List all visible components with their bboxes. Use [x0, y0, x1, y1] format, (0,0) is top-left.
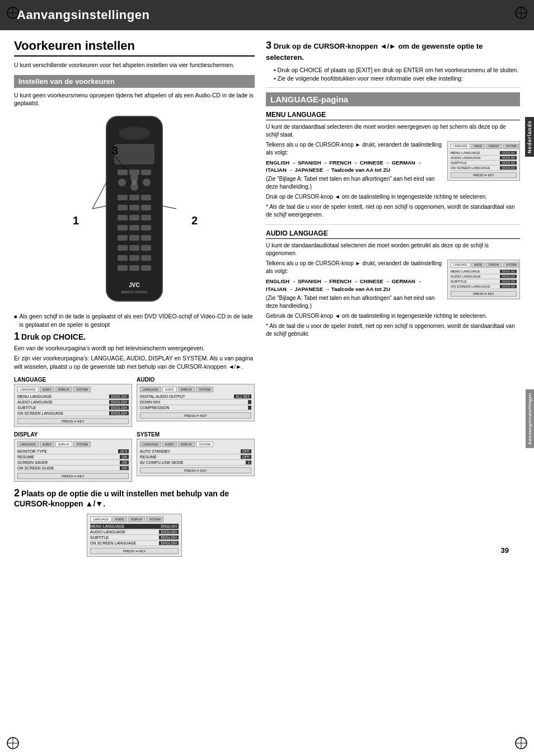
step-3-heading: 3 Druk op de CURSOR-knoppen ◄/► om de ge…: [266, 39, 520, 63]
menu-language-section: MENU LANGUAGE U kunt de standaardtaal se…: [266, 111, 520, 219]
subsection-text-1: U kunt geen voorkeursmenu oproepen tijde…: [14, 91, 255, 107]
lang-screen-tabs: LANGUAGE AUDIO DISPLAY SYSTEM: [17, 387, 129, 392]
step-1-block: 1 Druk op CHOICE. Een van de voorkeurpag…: [14, 331, 255, 370]
al-tab-audio: AUDIO: [471, 262, 485, 267]
tab-system-s: SYSTEM: [196, 442, 213, 447]
svg-point-18: [118, 179, 126, 186]
svg-rect-31: [141, 215, 151, 220]
audio-row-1: DIGITAL AUDIO OUTPUTALL MIX: [140, 394, 251, 400]
step3-bullet-2: Zie de volgende hoofdstukken voor meer i…: [274, 74, 520, 83]
left-column: Voorkeuren instellen U kunt verschillend…: [14, 39, 255, 560]
display-row-2: RESUMEON: [17, 454, 129, 460]
svg-rect-32: [118, 225, 128, 231]
lang-row-2: AUDIO LANGUAGEENGLISH: [17, 400, 129, 405]
step-1-number: 1: [14, 331, 20, 342]
tab-language: LANGUAGE: [17, 387, 39, 392]
audio-lang-screen-content: LANGUAGE AUDIO DISPLAY SYSTEM MENU LANGU…: [447, 260, 520, 299]
display-row-3: SCREEN SAVERON: [17, 460, 129, 466]
display-screen-tabs: LANGUAGE AUDIO DISPLAY SYSTEM: [17, 442, 129, 447]
tab-audio-s: AUDIO: [162, 442, 177, 447]
menu-lang-asterisk: Als de taal die u voor de speler instelt…: [266, 203, 520, 219]
display-screen-label: DISPLAY: [14, 431, 132, 438]
svg-text:JVC: JVC: [129, 282, 139, 288]
svg-rect-42: [129, 255, 139, 261]
step-label-1: 1: [73, 214, 79, 227]
tab-display-s: DISPLAY: [178, 442, 195, 447]
svg-rect-36: [129, 235, 139, 241]
svg-line-51: [162, 206, 176, 209]
svg-rect-15: [118, 170, 128, 175]
audio-screen-footer: PRESS ⇔ KEY: [140, 412, 251, 419]
intro-text: U kunt verschillende voorkeuren voor het…: [14, 61, 255, 69]
corner-decoration-tr: [513, 4, 530, 21]
tab-audio: AUDIO: [40, 387, 54, 392]
step2-footer: PRESS ⇔ KEY: [90, 548, 179, 554]
system-row-1: AUTO STANDBYOFF: [140, 449, 251, 454]
svg-rect-24: [129, 195, 139, 200]
al-row-2: AUDIO LANGUAGEXXXX.XX: [451, 274, 517, 279]
al-tab-lang: LANGUAGE: [451, 262, 470, 267]
svg-rect-45: [129, 265, 139, 271]
menu-lang-druk: Druk op de CURSOR-knop ◄ om de taalinste…: [266, 193, 520, 201]
ml-row-2: AUDIO LANGUAGEXXXX.XX: [451, 156, 517, 161]
menu-language-body: U kunt de standaardtaal selecteren die m…: [266, 123, 520, 139]
step-2-number: 2: [14, 487, 20, 499]
audio-screen-tabs: LANGUAGE AUDIO DISPLAY SYSTEM: [140, 387, 251, 392]
ml-tab-audio: AUDIO: [471, 144, 485, 149]
tab-display: DISPLAY: [55, 387, 73, 392]
menu-language-title: MENU LANGUAGE: [266, 111, 520, 120]
svg-rect-39: [129, 245, 139, 251]
subsection-header-1: Instellen van de voorkeuren: [14, 75, 255, 88]
al-footer: PRESS ⇔ KEY: [451, 291, 517, 297]
menu-lang-mini-screen: LANGUAGE AUDIO DISPLAY SYSTEM MENU LANGU…: [447, 141, 520, 181]
svg-rect-25: [141, 195, 151, 200]
audio-language-title: AUDIO LANGUAGE: [266, 229, 520, 239]
mini-screen-display: DISPLAY LANGUAGE AUDIO DISPLAY SYSTEM MO…: [14, 431, 132, 482]
al-row-3: SUBTITLEXXXX.XX: [451, 279, 517, 284]
step2-row-3: SUBTITLEENGLISH: [90, 535, 179, 541]
step-3-bullets: Druk op CHOICE of plaats op [EXIT] en dr…: [274, 66, 520, 82]
tab-display-a: DISPLAY: [178, 387, 195, 392]
aanvangsinstellingen-tab: Aanvangsinstellingen: [526, 389, 534, 448]
svg-rect-38: [118, 245, 128, 251]
ml-row-3: SUBTITLEXXXX.XX: [451, 161, 517, 166]
corner-decoration-bl: [4, 735, 21, 752]
svg-rect-14: [115, 144, 154, 164]
step2-screen: LANGUAGE AUDIO DISPLAY SYSTEM MENU LANGU…: [87, 514, 182, 557]
audio-row-2: DOWN MIX: [140, 400, 251, 405]
system-screen-tabs: LANGUAGE AUDIO DISPLAY SYSTEM: [140, 442, 251, 447]
tab-system: SYSTEM: [73, 387, 91, 392]
tab-system-a: SYSTEM: [196, 387, 213, 392]
tab-audio-a: AUDIO: [162, 387, 177, 392]
audio-lang-mini-screen: LANGUAGE AUDIO DISPLAY SYSTEM MENU LANGU…: [447, 260, 520, 299]
svg-rect-46: [141, 265, 151, 271]
step-label-3: 3: [112, 144, 118, 157]
section-title: Voorkeuren instellen: [14, 39, 255, 57]
tab-system-d: SYSTEM: [73, 442, 91, 447]
display-screen-content: LANGUAGE AUDIO DISPLAY SYSTEM MONITOR TY…: [14, 439, 132, 482]
ml-tab-display: DISPLAY: [486, 144, 502, 149]
ml-row-1: MENU LANGUAGEXXXX.XX: [451, 151, 517, 156]
divider-2: [266, 224, 520, 225]
svg-rect-29: [118, 215, 128, 220]
al-tab-system: SYSTEM: [503, 262, 519, 267]
tab-language-s: LANGUAGE: [140, 442, 161, 447]
audio-language-body: U kunt de standaardaudiotaal selecteren …: [266, 242, 520, 257]
step2-tab-audio: AUDIO: [113, 516, 127, 522]
ml-footer: PRESS ⇔ KEY: [451, 172, 517, 178]
svg-point-22: [132, 180, 137, 185]
step2-tab-display: DISPLAY: [128, 516, 146, 522]
svg-rect-43: [141, 255, 151, 261]
system-screen-label: SYSTEM: [137, 431, 255, 438]
system-screen-footer: PRESS ⇔ KEY: [140, 467, 251, 473]
al-tab-display: DISPLAY: [486, 262, 502, 267]
svg-line-50: [92, 206, 106, 209]
page-number: 39: [501, 546, 509, 555]
mini-screens-grid: LANGUAGE LANGUAGE AUDIO DISPLAY SYSTEM M…: [14, 377, 255, 482]
system-row-3: AV COMPU-LINK MODE3: [140, 460, 251, 466]
mini-screen-system: SYSTEM LANGUAGE AUDIO DISPLAY SYSTEM AUT…: [137, 431, 255, 482]
step2-tab-lang: LANGUAGE: [90, 516, 111, 522]
lang-row-4: ON SCREEN LANGUAGEENGLISH: [17, 411, 129, 416]
lang-row-3: SUBTITLEENGLISH: [17, 405, 129, 411]
audio-lang-gebruik: Gebruik de CURSOR-knop ◄ om de taalinste…: [266, 312, 520, 320]
